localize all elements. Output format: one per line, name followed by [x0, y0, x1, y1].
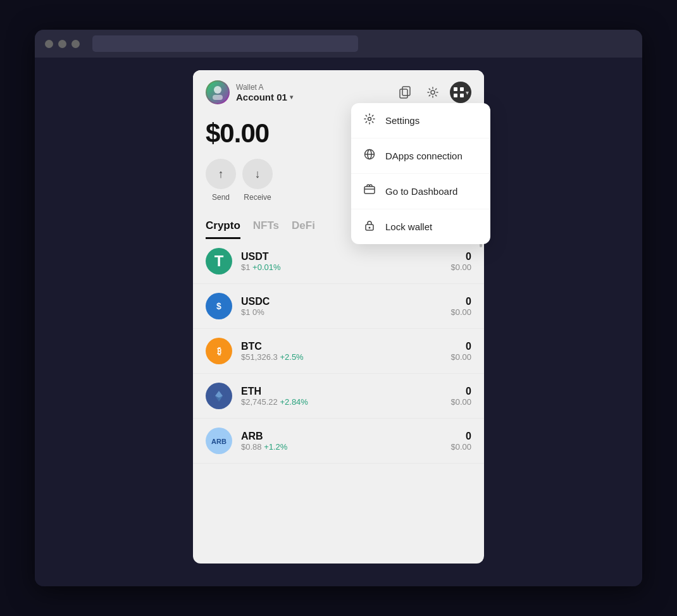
usdt-balance: 0 $0.00 [450, 251, 471, 272]
dot-minimize[interactable] [58, 40, 66, 48]
dropdown-menu: Settings DApps connection [351, 103, 490, 244]
svg-rect-8 [460, 94, 464, 97]
usdt-name: USDT [241, 251, 442, 262]
crypto-list: T USDT $1 +0.01% 0 $0.00 [193, 239, 484, 476]
dapps-icon [363, 149, 376, 163]
usdc-info: USDC $1 0% [241, 296, 442, 317]
address-bar[interactable] [92, 35, 358, 52]
svg-text:₿: ₿ [217, 346, 221, 356]
browser-titlebar [35, 30, 642, 58]
browser-window: Wallet A Account 01 ▾ [35, 30, 642, 586]
usdc-icon: $ [206, 293, 232, 319]
svg-rect-2 [402, 87, 410, 95]
dropdown-settings-label: Settings [385, 115, 419, 126]
arb-name: ARB [241, 431, 442, 442]
dashboard-icon [363, 184, 376, 199]
usdc-balance: 0 $0.00 [450, 296, 471, 317]
dot-maximize[interactable] [71, 40, 80, 48]
wallet-panel: Wallet A Account 01 ▾ [193, 70, 484, 564]
receive-button[interactable]: ↓ [242, 159, 273, 189]
usdt-value: $0.00 [450, 262, 471, 272]
globe-chevron-icon: ▾ [466, 89, 469, 96]
list-item[interactable]: $ USDC $1 0% 0 $0.00 [193, 284, 484, 329]
dropdown-item-lock[interactable]: Lock wallet [351, 209, 490, 244]
svg-rect-13 [364, 187, 375, 194]
dropdown-dapps-label: DApps connection [385, 151, 463, 161]
dropdown-lock-label: Lock wallet [385, 221, 432, 232]
tab-nfts[interactable]: NFTs [253, 219, 279, 239]
list-item[interactable]: ARB ARB $0.88 +1.2% 0 $0.00 [193, 419, 484, 464]
list-item[interactable]: ETH $2,745.22 +2.84% 0 $0.00 [193, 374, 484, 419]
btc-balance: 0 $0.00 [450, 341, 471, 362]
eth-icon [206, 383, 232, 409]
eth-balance: 0 $0.00 [450, 386, 471, 407]
wallet-identity: Wallet A Account 01 ▾ [206, 80, 293, 104]
usdt-amount: 0 [450, 251, 471, 262]
wallet-name-group: Wallet A Account 01 ▾ [236, 83, 293, 102]
svg-point-9 [368, 118, 371, 121]
gear-icon [426, 86, 439, 99]
lock-icon [363, 219, 376, 234]
window-controls [45, 40, 80, 48]
receive-label: Receive [244, 193, 271, 202]
browser-content: Wallet A Account 01 ▾ [35, 58, 642, 586]
list-item[interactable]: ₿ BTC $51,326.3 +2.5% 0 $0.00 [193, 329, 484, 374]
svg-text:$: $ [216, 301, 221, 311]
chevron-down-icon: ▾ [290, 94, 293, 101]
usdc-value: $0.00 [450, 307, 471, 317]
svg-point-4 [431, 90, 435, 94]
btc-price: $51,326.3 +2.5% [241, 352, 442, 362]
svg-rect-3 [400, 89, 407, 98]
globe-button[interactable]: ▾ [450, 82, 471, 103]
svg-rect-1 [213, 95, 223, 100]
send-action: ↑ Send [206, 159, 236, 202]
btc-value: $0.00 [450, 352, 471, 362]
eth-info: ETH $2,745.22 +2.84% [241, 386, 442, 407]
list-item[interactable]: T USDT $1 +0.01% 0 $0.00 [193, 239, 484, 284]
btc-info: BTC $51,326.3 +2.5% [241, 341, 442, 362]
svg-rect-6 [460, 87, 464, 91]
eth-price: $2,745.22 +2.84% [241, 397, 442, 407]
btc-name: BTC [241, 341, 442, 352]
dropdown-item-dapps[interactable]: DApps connection [351, 139, 490, 174]
svg-point-16 [369, 227, 371, 229]
wallet-account-label[interactable]: Account 01 ▾ [236, 92, 293, 102]
usdt-info: USDT $1 +0.01% [241, 251, 442, 272]
svg-point-0 [214, 86, 221, 94]
tab-crypto[interactable]: Crypto [206, 219, 240, 239]
usdc-name: USDC [241, 296, 442, 307]
send-button[interactable]: ↑ [206, 159, 236, 189]
btc-icon: ₿ [206, 338, 232, 364]
arb-price: $0.88 +1.2% [241, 442, 442, 452]
header-icons: ▾ [394, 82, 471, 103]
dropdown-dashboard-label: Go to Dashboard [385, 186, 457, 197]
grid-icon [453, 87, 464, 98]
svg-rect-7 [454, 94, 457, 97]
arb-info: ARB $0.88 +1.2% [241, 431, 442, 452]
usdt-icon: T [206, 248, 232, 274]
settings-button[interactable] [422, 82, 444, 103]
usdt-price: $1 +0.01% [241, 262, 442, 272]
usdc-price: $1 0% [241, 307, 442, 317]
arb-icon: ARB [206, 428, 232, 454]
arb-value: $0.00 [450, 442, 471, 452]
send-label: Send [212, 193, 230, 202]
avatar [206, 80, 230, 104]
dot-close[interactable] [45, 40, 53, 48]
svg-rect-5 [454, 87, 457, 91]
copy-icon [399, 86, 411, 99]
svg-text:ARB: ARB [211, 438, 227, 445]
settings-menu-icon [363, 113, 376, 128]
eth-value: $0.00 [450, 397, 471, 407]
tab-defi[interactable]: DeFi [292, 219, 315, 239]
arb-balance: 0 $0.00 [450, 431, 471, 452]
usdc-amount: 0 [450, 296, 471, 307]
dropdown-item-dashboard[interactable]: Go to Dashboard [351, 174, 490, 209]
wallet-name-label: Wallet A [236, 83, 293, 92]
btc-amount: 0 [450, 341, 471, 352]
arb-amount: 0 [450, 431, 471, 442]
copy-button[interactable] [394, 82, 416, 103]
eth-name: ETH [241, 386, 442, 397]
eth-amount: 0 [450, 386, 471, 397]
dropdown-item-settings[interactable]: Settings [351, 103, 490, 139]
